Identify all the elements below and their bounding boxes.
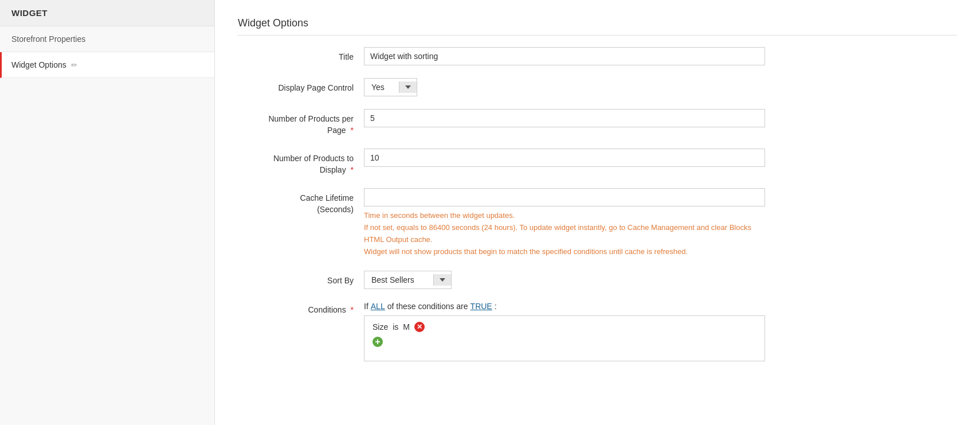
title-input[interactable] [364,47,765,65]
main-content: Widget Options Title Display Page Contro… [215,0,980,425]
cache-hint-line3: HTML Output cache. [364,234,765,246]
display-page-control-wrap: Yes [364,78,765,96]
sort-by-value: Best Sellers [364,271,433,288]
title-label: Title [238,47,364,63]
products-per-page-row: Number of Products per Page * [238,109,957,136]
sidebar-header: WIDGET [0,0,214,26]
cache-hint-line2: If not set, equals to 86400 seconds (24 … [364,222,765,234]
conditions-header-suffix: : [495,302,497,311]
conditions-keyword-true[interactable]: TRUE [471,302,492,311]
condition-item: Size is M ✕ [373,322,756,332]
products-per-page-required: * [351,126,354,135]
cache-lifetime-label: Cache Lifetime (Seconds) [238,188,364,215]
display-page-control-label: Display Page Control [238,78,364,94]
sort-by-chevron-down-icon [440,278,445,282]
cache-hint: Time in seconds between the widget updat… [364,210,765,258]
conditions-header-prefix: If [364,302,369,311]
display-page-control-dropdown-btn[interactable] [399,81,417,93]
cache-lifetime-input[interactable] [364,188,765,206]
condition-field: Size [373,322,388,332]
sort-by-select[interactable]: Best Sellers [364,271,452,289]
products-to-display-required: * [351,165,354,174]
sort-by-label: Sort By [238,271,364,287]
cache-lifetime-control: Time in seconds between the widget updat… [364,188,765,258]
chevron-down-icon [405,85,411,89]
display-page-control-select[interactable]: Yes [364,78,417,96]
cache-hint-line1: Time in seconds between the widget updat… [364,210,765,222]
conditions-box: Size is M ✕ + [364,315,765,361]
sort-by-row: Sort By Best Sellers [238,271,957,289]
conditions-label: Conditions * [238,302,364,314]
condition-operator: is [393,322,398,332]
title-row: Title [238,47,957,65]
cache-lifetime-row: Cache Lifetime (Seconds) Time in seconds… [238,188,957,258]
products-to-display-label: Number of Products to Display * [238,149,364,176]
conditions-row: Conditions * If ALL of these conditions … [238,302,957,361]
conditions-wrap: If ALL of these conditions are TRUE : Si… [364,302,765,361]
display-page-control-row: Display Page Control Yes [238,78,957,96]
conditions-keyword-all[interactable]: ALL [371,302,385,311]
products-to-display-control [364,149,765,167]
products-per-page-label: Number of Products per Page * [238,109,364,136]
products-per-page-input[interactable] [364,109,765,127]
sort-by-dropdown-btn[interactable] [433,274,451,286]
conditions-header: If ALL of these conditions are TRUE : [364,302,765,311]
display-page-control-value: Yes [364,79,399,96]
title-control [364,47,765,65]
sidebar-item-storefront-properties[interactable]: Storefront Properties [0,26,214,52]
products-to-display-row: Number of Products to Display * [238,149,957,176]
add-condition-button[interactable]: + [373,337,383,347]
sidebar-item-widget-options-label: Widget Options [11,60,66,69]
sidebar-item-widget-options[interactable]: Widget Options ✏ [0,52,214,78]
conditions-required-star: * [351,305,354,314]
edit-icon: ✏ [71,61,77,69]
cache-hint-line4: Widget will not show products that begin… [364,246,765,258]
section-title: Widget Options [238,17,957,36]
products-to-display-input[interactable] [364,149,765,167]
sidebar: WIDGET Storefront Properties Widget Opti… [0,0,215,425]
conditions-header-middle: of these conditions are [387,302,468,311]
condition-value: M [403,322,410,332]
products-per-page-control [364,109,765,127]
add-condition-row: + [373,337,756,347]
remove-condition-button[interactable]: ✕ [414,322,425,332]
sort-by-control: Best Sellers [364,271,765,289]
